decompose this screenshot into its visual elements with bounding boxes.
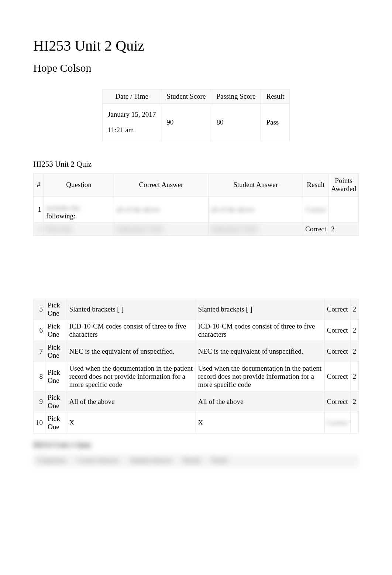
row-num: 6 (34, 320, 45, 341)
table-row: 9Pick OneAll of the aboveAll of the abov… (34, 391, 359, 412)
content-gap (33, 236, 359, 299)
row-points: 2 (350, 341, 359, 362)
row-student: Laboratory Tests (209, 223, 303, 236)
row-points (329, 197, 359, 223)
row-student: ICD-10-CM codes consist of three to five… (196, 320, 324, 341)
qheader-correct: Correct Answer (114, 173, 208, 197)
summary-date-line1: January 15, 2017 (108, 107, 156, 122)
summary-date: January 15, 2017 11:21 am (102, 104, 161, 141)
questions-table-continued: 5Pick OneSlanted brackets [ ]Slanted bra… (33, 299, 359, 433)
section-title: HI253 Unit 2 Quiz (33, 160, 359, 169)
row-student: All of the above (196, 391, 324, 412)
table-row: 7Pick OneNEC is the equivalent of unspec… (34, 341, 359, 362)
row-result: Correct (324, 412, 350, 433)
row-correct: X (67, 412, 196, 433)
blurred-cell: Correct Answer (77, 457, 119, 465)
row-result: Correct (303, 223, 329, 236)
summary-header-result: Result (261, 89, 290, 104)
blurred-header-row: # QuestionCorrect AnswerStudent AnswerRe… (33, 455, 359, 467)
row-num: 2 (34, 223, 44, 236)
row-result: Correct (324, 320, 350, 341)
summary-student-score: 90 (161, 104, 211, 141)
row-points: 2 (350, 299, 359, 320)
row-student: Used when the documentation in the patie… (196, 362, 324, 391)
summary-table: Date / Time Student Score Passing Score … (102, 89, 290, 141)
qheader-num: # (34, 173, 44, 197)
row-student: X (196, 412, 324, 433)
table-row: 2Pick OneLaboratory TestsLaboratory Test… (34, 223, 359, 236)
row-points: 2 (329, 223, 359, 236)
row-correct: NEC is the equivalent of unspecified. (67, 341, 196, 362)
row-result: Correct (324, 391, 350, 412)
blurred-section: HI253 Unit 2 Quiz # QuestionCorrect Answ… (33, 441, 359, 467)
row-points (350, 412, 359, 433)
row-correct: Used when the documentation in the patie… (67, 362, 196, 391)
row-question: Pick One (45, 362, 67, 391)
row-question: Pick One (45, 391, 67, 412)
qheader-question: Question (44, 173, 114, 197)
row-student: all of the above (209, 197, 303, 223)
row-question: Pick One (45, 412, 67, 433)
row-num: 10 (34, 412, 45, 433)
qheader-points: Points Awarded (329, 173, 359, 197)
row-num: 8 (34, 362, 45, 391)
student-name: Hope Colson (33, 62, 359, 74)
qheader-student: Student Answer (209, 173, 303, 197)
page-title: HI253 Unit 2 Quiz (33, 37, 359, 54)
row-points: 2 (350, 320, 359, 341)
summary-date-line2: 11:21 am (108, 122, 156, 138)
blurred-title: HI253 Unit 2 Quiz (33, 441, 359, 449)
row-num: 1 (34, 197, 44, 223)
row-question: includes thefollowing: (44, 197, 114, 223)
table-row: 5Pick OneSlanted brackets [ ]Slanted bra… (34, 299, 359, 320)
row-question: Pick One (44, 223, 114, 236)
table-row: 10Pick OneXXCorrect (34, 412, 359, 433)
blurred-cell: Result (183, 457, 200, 465)
row-result: Correct (303, 197, 329, 223)
row-question: Pick One (45, 320, 67, 341)
row-points: 2 (350, 391, 359, 412)
summary-header-date: Date / Time (102, 89, 161, 104)
row-num: 5 (34, 299, 45, 320)
table-row: 6Pick OneICD-10-CM codes consist of thre… (34, 320, 359, 341)
summary-passing-score: 80 (211, 104, 261, 141)
qheader-result: Result (303, 173, 329, 197)
row-question: Pick One (45, 299, 67, 320)
row-question: Pick One (45, 341, 67, 362)
row-student: NEC is the equivalent of unspecified. (196, 341, 324, 362)
row-result: Correct (324, 362, 350, 391)
blurred-cell: Points (211, 457, 228, 465)
blurred-cell: Student Answer (130, 457, 172, 465)
summary-header-passing-score: Passing Score (211, 89, 261, 104)
row-correct: ICD-10-CM codes consist of three to five… (67, 320, 196, 341)
row-result: Correct (324, 341, 350, 362)
questions-table: # Question Correct Answer Student Answer… (33, 173, 359, 236)
row-num: 7 (34, 341, 45, 362)
row-student: Slanted brackets [ ] (196, 299, 324, 320)
table-row: 8Pick OneUsed when the documentation in … (34, 362, 359, 391)
blurred-cell: # Question (37, 457, 66, 465)
row-correct: Slanted brackets [ ] (67, 299, 196, 320)
row-correct: all of the above (114, 197, 208, 223)
row-result: Correct (324, 299, 350, 320)
row-points: 2 (350, 362, 359, 391)
summary-result: Pass (261, 104, 290, 141)
row-num: 9 (34, 391, 45, 412)
table-row: 1includes thefollowing:all of the abovea… (34, 197, 359, 223)
row-correct: All of the above (67, 391, 196, 412)
row-correct: Laboratory Tests (114, 223, 208, 236)
summary-header-student-score: Student Score (161, 89, 211, 104)
